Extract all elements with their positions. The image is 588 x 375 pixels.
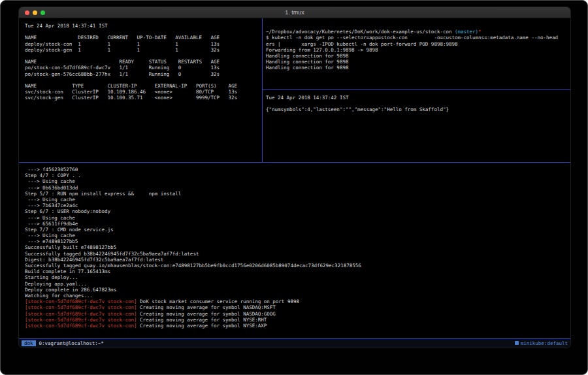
- pane-kubectl-watch[interactable]: Tue 24 Apr 2018 14:37:41 IST NAME DESIRE…: [19, 18, 262, 162]
- terminal-line: ers | xargs -IPOD kubectl -n dok port-fo…: [266, 41, 570, 47]
- kube-context-label: minikube:default: [521, 340, 568, 346]
- terminal-line: [266, 101, 570, 106]
- window-title: 1. tmux: [19, 9, 570, 16]
- terminal-line: Handling connection for 9898: [266, 65, 570, 71]
- terminal-line: [stock-con-5d7df689cf-dwc7v stock-con] C…: [25, 323, 570, 329]
- terminal-line: po/stock-con-5d7df689cf-dwc7v 1/1 Runnin…: [25, 65, 262, 71]
- terminal-line: ---> 7b6347ce2a4c: [25, 203, 570, 208]
- terminal-line: ---> 0b636bd013dd: [25, 185, 570, 191]
- terminal-line: svc/stock-con ClusterIP 10.109.186.46 <n…: [25, 89, 262, 95]
- terminal-line: Step 6/7 : USER nobody:nobody: [25, 208, 570, 214]
- terminal-line: Digest: b38b42246945fd7f32c5ba9aea7af7fd…: [25, 257, 570, 263]
- terminal-line: Successfully tagged b38b42246945fd7f32c5…: [25, 251, 570, 257]
- terminal-line: NAME DESIRED CURRENT UP-TO-DATE AVAILABL…: [25, 35, 262, 41]
- terminal-line: Step 5/7 : RUN npm install express && np…: [25, 191, 570, 197]
- terminal-line: [25, 53, 262, 59]
- terminal-line: Deploying app.yaml...: [25, 281, 570, 287]
- terminal-line: Build complete in 77.165413ms: [25, 269, 570, 274]
- terminal-line: deploy/stock-gen 1 1 1 1 32s: [25, 47, 262, 53]
- terminal-window: 1. tmux Tue 24 Apr 2018 14:37:41 IST NAM…: [19, 7, 570, 348]
- pane-service-output[interactable]: Tue 24 Apr 2018 14:37:42 IST {"numsymbol…: [263, 90, 570, 162]
- terminal-line: Successfully tagged quay.io/mhausenblas/…: [25, 263, 570, 269]
- terminal-line: [stock-con-5d7df689cf-dwc7v stock-con] C…: [25, 311, 570, 317]
- tmux-terminal: Tue 24 Apr 2018 14:37:41 IST NAME DESIRE…: [19, 18, 570, 348]
- terminal-line: Watching for changes...: [25, 293, 570, 299]
- terminal-line: ---> 65611ff9db4e: [25, 221, 570, 227]
- terminal-line: ---> Using cache: [25, 215, 570, 221]
- terminal-line: [stock-con-5d7df689cf-dwc7v stock-con] D…: [25, 299, 570, 304]
- terminal-line: NAME TYPE CLUSTER-IP EXTERNAL-IP PORT(S)…: [25, 83, 262, 89]
- minikube-icon: [515, 341, 519, 345]
- terminal-line: ---> Using cache: [25, 197, 570, 203]
- terminal-line: [266, 23, 570, 29]
- pane-port-forward[interactable]: ~/Dropbox/advocacy/Kubernetes/DoK/work/d…: [263, 18, 570, 90]
- terminal-line: Step 7/7 : CMD node service.js: [25, 227, 570, 233]
- terminal-line: deploy/stock-con 1 1 1 1 13s: [25, 41, 262, 47]
- terminal-line: Forwarding from 127.0.0.1:9898 -> 9898: [266, 47, 570, 53]
- terminal-line: svc/stock-gen ClusterIP 10.100.35.71 <no…: [25, 95, 262, 101]
- terminal-line: ~/Dropbox/advocacy/Kubernetes/DoK/work/d…: [266, 29, 570, 35]
- tmux-status-bar: dok 0:vagrant@localhost:~* minikube:defa…: [19, 339, 570, 348]
- terminal-line: Successfully built e74898127bb5: [25, 244, 570, 250]
- terminal-line: Handling connection for 9898: [266, 53, 570, 59]
- terminal-line: po/stock-gen-576cc688bb-277hx 1/1 Runnin…: [25, 71, 262, 77]
- terminal-line: {"numsymbols":4,"lastseen":"","message":…: [266, 106, 570, 112]
- terminal-line: [stock-con-5d7df689cf-dwc7v stock-con] C…: [25, 304, 570, 310]
- session-name-badge[interactable]: dok: [22, 340, 36, 346]
- terminal-line: [25, 29, 262, 35]
- terminal-line: Deploy complete in 286.647823ms: [25, 287, 570, 293]
- terminal-line: Step 4/7 : COPY . .: [25, 172, 570, 178]
- screen: 1. tmux Tue 24 Apr 2018 14:37:41 IST NAM…: [0, 0, 588, 375]
- terminal-line: NAME READY STATUS RESTARTS AGE: [25, 59, 262, 65]
- pane-skaffold-build[interactable]: ---> f45623052760Step 4/7 : COPY . . ---…: [19, 163, 570, 337]
- terminal-line: ---> e74898127bb5: [25, 238, 570, 244]
- window-titlebar[interactable]: 1. tmux: [19, 7, 570, 18]
- terminal-line: Starting deploy...: [25, 274, 570, 280]
- terminal-line: ---> Using cache: [25, 233, 570, 238]
- terminal-line: Handling connection for 9898: [266, 59, 570, 65]
- terminal-line: ---> Using cache: [25, 178, 570, 184]
- status-right: minikube:default: [515, 340, 568, 346]
- terminal-line: $ kubectl -n dok get po --selector=app=s…: [266, 35, 570, 41]
- terminal-line: [25, 77, 262, 83]
- terminal-line: [stock-con-5d7df689cf-dwc7v stock-con] C…: [25, 317, 570, 323]
- status-window-label[interactable]: 0:vagrant@localhost:~*: [39, 340, 104, 346]
- terminal-line: Tue 24 Apr 2018 14:37:42 IST: [266, 95, 570, 101]
- terminal-line: ---> f45623052760: [25, 167, 570, 172]
- terminal-line: Tue 24 Apr 2018 14:37:41 IST: [25, 23, 262, 29]
